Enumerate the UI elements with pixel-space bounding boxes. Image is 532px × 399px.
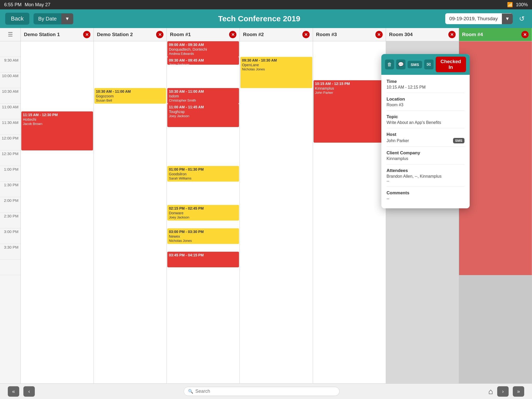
time-label-930: 9:30 AM <box>0 57 21 72</box>
time-label-300: 3:00 PM <box>0 228 21 244</box>
event-kinnamplus[interactable]: 10:15 AM - 12:15 PM Kinnamplus John Park… <box>314 80 385 143</box>
refresh-button[interactable]: ↺ <box>517 13 527 25</box>
col-header-room2: Room #2 ✕ <box>240 28 313 41</box>
popup-time-label: Time <box>387 79 464 84</box>
time-label-1030: 10:30 AM <box>0 88 21 104</box>
popup-host-section: Host John Parker SMS <box>387 132 464 147</box>
checked-in-button[interactable]: Checked In <box>436 57 466 72</box>
host-sms-badge[interactable]: SMS <box>453 138 464 143</box>
event-donquadtech[interactable]: 09:00 AM - 09:30 AM Donquadtech, Dontech… <box>167 41 239 57</box>
col-close-demo2[interactable]: ✕ <box>156 31 163 38</box>
time-label-100: 1:00 PM <box>0 166 21 182</box>
col-header-room304: Room 304 ✕ <box>386 28 459 41</box>
wifi-icon: 📶 <box>507 2 513 8</box>
col-close-demo1[interactable]: ✕ <box>83 31 90 38</box>
col-close-room304[interactable]: ✕ <box>448 31 456 38</box>
calendar-area: ☰ Demo Station 1 ✕ Demo Station 2 ✕ Room… <box>0 28 532 383</box>
time-label-230: 2:30 PM <box>0 213 21 228</box>
col-room1: 09:00 AM - 09:30 AM Donquadtech, Dontech… <box>167 41 240 383</box>
popup-location-label: Location <box>387 97 464 102</box>
event-joey1[interactable]: 09:30 AM - 09:45 AM Joey Jackson <box>167 57 239 65</box>
by-date-arrow[interactable]: ▼ <box>61 14 73 24</box>
event-last[interactable]: 03:45 PM - 04:15 PM <box>167 252 239 267</box>
search-input[interactable] <box>195 389 335 394</box>
event-donware[interactable]: 02:15 PM - 02:45 PM Donware Joey Jackson <box>167 205 239 221</box>
home-button[interactable]: ⌂ <box>488 387 493 396</box>
col-header-room1: Room #1 ✕ <box>167 28 240 41</box>
bottom-nav: « ‹ 🔍 ⌂ › » <box>0 383 532 399</box>
status-time: 6:55 PM <box>4 2 22 8</box>
col-header-room304-label: Room 304 <box>389 32 413 37</box>
time-label-1200: 12:00 PM <box>0 135 21 150</box>
popup-host-label: Host <box>387 132 464 137</box>
prev-prev-button[interactable]: « <box>8 386 19 397</box>
event-toughzap[interactable]: 11:00 AM - 11:45 AM Toughzap Joey Jackso… <box>167 104 239 127</box>
col-demo1: 11:15 AM - 12:30 PM Hottechi Jacob Brown <box>21 41 94 383</box>
event-detail-popup: 🗑 💬 SMS ✉ Checked In Time 10:15 AM - 12:… <box>381 54 470 208</box>
popup-body: Time 10:15 AM - 12:15 PM Location Room #… <box>381 75 470 208</box>
col-close-room1[interactable]: ✕ <box>229 31 236 38</box>
time-column: 9:30 AM 10:00 AM 10:30 AM 11:00 AM 11:30… <box>0 41 21 383</box>
col-room3: 10:15 AM - 12:15 PM Kinnamplus John Park… <box>313 41 386 383</box>
time-label-900 <box>0 41 21 57</box>
popup-topic-value: Write About an App's Benefits <box>387 120 464 125</box>
time-label-1000: 10:00 AM <box>0 72 21 88</box>
sms-button[interactable]: SMS <box>408 61 422 68</box>
prev-button[interactable]: ‹ <box>23 386 35 397</box>
time-label-1230: 12:30 PM <box>0 150 21 166</box>
col-header-room1-label: Room #1 <box>170 32 191 37</box>
col-close-room4[interactable]: ✕ <box>521 31 529 38</box>
popup-company-label: Client Company <box>387 150 464 156</box>
email-button[interactable]: ✉ <box>424 59 433 69</box>
back-button[interactable]: Back <box>5 13 29 25</box>
event-hottechi[interactable]: 11:15 AM - 12:30 PM Hottechi Jacob Brown <box>21 111 93 150</box>
popup-topic-label: Topic <box>387 114 464 119</box>
next-button[interactable]: › <box>497 386 509 397</box>
date-picker[interactable]: 09-19-2019, Thursday ▼ <box>445 13 513 24</box>
popup-location-section: Location Room #3 <box>387 97 464 111</box>
search-bar[interactable]: 🔍 <box>184 387 340 396</box>
time-label-1130: 11:30 AM <box>0 119 21 135</box>
event-gogozoom[interactable]: 10:30 AM - 11:00 AM Gogozoom Susan Bell <box>94 88 166 104</box>
time-label-200: 2:00 PM <box>0 197 21 213</box>
search-icon: 🔍 <box>188 389 193 394</box>
event-openlane[interactable]: 09:30 AM - 10:30 AM OpenLane Nicholas Jo… <box>240 57 312 88</box>
popup-comments-value: -- <box>387 196 464 201</box>
popup-company-value: Kinnamplus <box>387 156 464 161</box>
by-date-label: By Date <box>34 13 61 24</box>
col-demo2: 10:30 AM - 11:00 AM Gogozoom Susan Bell <box>94 41 167 383</box>
popup-comments-label: Comments <box>387 190 464 196</box>
top-nav: Back By Date ▼ Tech Conference 2019 09-1… <box>0 9 532 28</box>
col-close-room3[interactable]: ✕ <box>375 31 383 38</box>
col-header-demo2: Demo Station 2 ✕ <box>94 28 167 41</box>
event-isdom[interactable]: 10:30 AM - 11:00 AM Isdom Christopher Sm… <box>167 88 239 104</box>
popup-attendees-label: Attendees <box>387 168 464 173</box>
popup-attendees-section: Attendees Brandon Allen, --, Kinnamplus … <box>387 168 464 187</box>
popup-company-section: Client Company Kinnamplus <box>387 150 464 164</box>
page-title: Tech Conference 2019 <box>77 14 441 23</box>
chat-button[interactable]: 💬 <box>396 59 405 69</box>
menu-icon[interactable]: ☰ <box>8 31 13 38</box>
popup-time-value: 10:15 AM - 12:15 PM <box>387 85 464 90</box>
event-newex[interactable]: 03:00 PM - 03:30 PM Newex Nicholas Jones <box>167 228 239 244</box>
by-date-dropdown[interactable]: By Date ▼ <box>34 13 73 24</box>
popup-toolbar: 🗑 💬 SMS ✉ Checked In <box>381 54 470 75</box>
popup-attendees-extra: -- <box>387 179 464 183</box>
delete-button[interactable]: 🗑 <box>385 59 394 69</box>
col-close-room2[interactable]: ✕ <box>302 31 310 38</box>
next-next-button[interactable]: » <box>513 386 524 397</box>
status-day: Mon May 27 <box>25 2 50 8</box>
col-header-room3: Room #3 ✕ <box>313 28 386 41</box>
col-header-demo2-label: Demo Station 2 <box>97 32 133 37</box>
popup-topic-section: Topic Write About an App's Benefits <box>387 114 464 128</box>
time-label-1100: 11:00 AM <box>0 104 21 119</box>
date-arrow[interactable]: ▼ <box>502 14 513 24</box>
status-bar: 6:55 PM Mon May 27 📶 100% <box>0 0 532 9</box>
col-header-room4-label: Room #4 <box>462 32 483 37</box>
col-header-demo1-label: Demo Station 1 <box>24 32 60 37</box>
col-room4 <box>459 41 532 383</box>
nav-right: ⌂ › » <box>488 386 524 397</box>
time-label-400 <box>0 260 21 275</box>
col-header-room2-label: Room #2 <box>243 32 264 37</box>
event-goodsilron[interactable]: 01:00 PM - 01:30 PM Goodsilron Sarah Wil… <box>167 166 239 182</box>
